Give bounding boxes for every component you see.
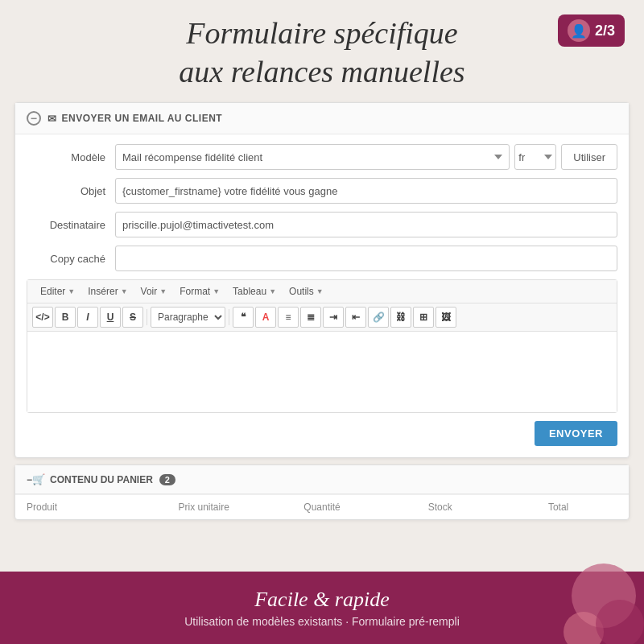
outils-caret: ▼ [316, 287, 324, 295]
collapse-icon[interactable]: − [27, 111, 41, 126]
tableau-caret: ▼ [269, 287, 276, 295]
modele-select-group: Mail récompense fidélité client fr Utili… [115, 144, 617, 170]
table-btn[interactable]: ⊞ [413, 307, 434, 328]
send-button[interactable]: ENVOYER [535, 421, 617, 446]
col-produit: Produit [27, 502, 145, 513]
destinataire-input[interactable] [115, 212, 617, 237]
col-total: Total [499, 502, 617, 513]
use-button[interactable]: Utiliser [561, 144, 617, 170]
rich-text-editor: Editer ▼ Insérer ▼ Voir ▼ Format ▼ [27, 279, 617, 413]
unlink-btn[interactable]: ⛓ [390, 307, 411, 328]
lang-select[interactable]: fr [514, 144, 556, 170]
editor-content-area[interactable] [27, 332, 617, 412]
copy-input[interactable] [115, 246, 617, 271]
modele-row: Modèle Mail récompense fidélité client f… [27, 144, 617, 170]
col-prix: Prix unitaire [145, 502, 263, 513]
step-badge: 👤 2/3 [558, 14, 625, 47]
image-btn[interactable]: 🖼 [436, 307, 456, 328]
editor-menubar: Editer ▼ Insérer ▼ Voir ▼ Format ▼ [27, 280, 617, 303]
toolbar-sep-1 [147, 309, 147, 325]
banner-title: Facile & rapide [254, 588, 390, 612]
voir-caret: ▼ [159, 287, 167, 295]
col-stock: Stock [381, 502, 499, 513]
form-body: Modèle Mail récompense fidélité client f… [15, 134, 629, 457]
cart-columns: Produit Prix unitaire Quantité Stock Tot… [15, 494, 629, 519]
editor-toolbar: </> B I U S Paragraphe ❝ A ≡ ≣ ⇥ ⇤ [27, 303, 617, 332]
menu-editer[interactable]: Editer ▼ [34, 283, 81, 299]
menu-inserer[interactable]: Insérer ▼ [81, 283, 134, 299]
page-title: Formulaire spécifique aux relances manue… [16, 14, 628, 91]
objet-row: Objet [27, 178, 617, 204]
destinataire-label: Destinataire [27, 219, 115, 231]
main-card-wrapper: − ✉ ENVOYER UN EMAIL AU CLIENT Modèle Ma… [0, 102, 644, 458]
underline-btn[interactable]: U [100, 307, 121, 328]
cart-collapse-icon[interactable]: − [27, 474, 32, 485]
cart-title: CONTENU DU PANIER [50, 474, 153, 485]
menu-outils[interactable]: Outils ▼ [283, 283, 330, 299]
cart-count-badge: 2 [159, 474, 175, 485]
blockquote-btn[interactable]: ❝ [233, 307, 254, 328]
mail-icon: ✉ [47, 113, 57, 125]
paragraph-select[interactable]: Paragraphe [151, 307, 225, 328]
banner-subtitle: Utilisation de modèles existants · Formu… [184, 615, 460, 628]
ul-btn[interactable]: ≡ [278, 307, 299, 328]
objet-label: Objet [27, 185, 115, 197]
ol-btn[interactable]: ≣ [300, 307, 321, 328]
font-color-btn[interactable]: A [255, 307, 276, 328]
italic-btn[interactable]: I [77, 307, 98, 328]
strikethrough-btn[interactable]: S [122, 307, 143, 328]
indent-btn[interactable]: ⇥ [323, 307, 344, 328]
modele-label: Modèle [27, 151, 115, 163]
email-section-title: ENVOYER UN EMAIL AU CLIENT [62, 113, 223, 124]
link-btn[interactable]: 🔗 [368, 307, 389, 328]
format-caret: ▼ [213, 287, 220, 295]
cart-icon: 🛒 [32, 473, 45, 485]
email-form-card: − ✉ ENVOYER UN EMAIL AU CLIENT Modèle Ma… [14, 102, 630, 458]
bottom-banner: Facile & rapide Utilisation de modèles e… [0, 572, 644, 644]
menu-tableau[interactable]: Tableau ▼ [226, 283, 283, 299]
toolbar-sep-2 [229, 309, 229, 325]
copy-row: Copy caché [27, 246, 617, 271]
bold-btn[interactable]: B [55, 307, 76, 328]
modele-select[interactable]: Mail récompense fidélité client [115, 144, 510, 170]
menu-format[interactable]: Format ▼ [173, 283, 226, 299]
col-quantite: Quantité [263, 502, 382, 513]
page-header: Formulaire spécifique aux relances manue… [0, 0, 644, 99]
email-section-header: − ✉ ENVOYER UN EMAIL AU CLIENT [15, 103, 629, 134]
cart-section: − 🛒 CONTENU DU PANIER 2 Produit Prix uni… [14, 464, 630, 520]
outdent-btn[interactable]: ⇤ [345, 307, 366, 328]
step-label: 2/3 [595, 23, 615, 39]
copy-label: Copy caché [27, 253, 115, 265]
cart-header: − 🛒 CONTENU DU PANIER 2 [15, 465, 629, 494]
send-row: ENVOYER [27, 421, 617, 446]
code-btn[interactable]: </> [32, 307, 53, 328]
destinataire-row: Destinataire [27, 212, 617, 237]
inserer-caret: ▼ [121, 287, 128, 295]
avatar-icon: 👤 [568, 19, 590, 42]
editer-caret: ▼ [68, 287, 75, 295]
objet-input[interactable] [115, 178, 617, 204]
deco-circle-3 [596, 600, 644, 644]
menu-voir[interactable]: Voir ▼ [134, 283, 174, 299]
